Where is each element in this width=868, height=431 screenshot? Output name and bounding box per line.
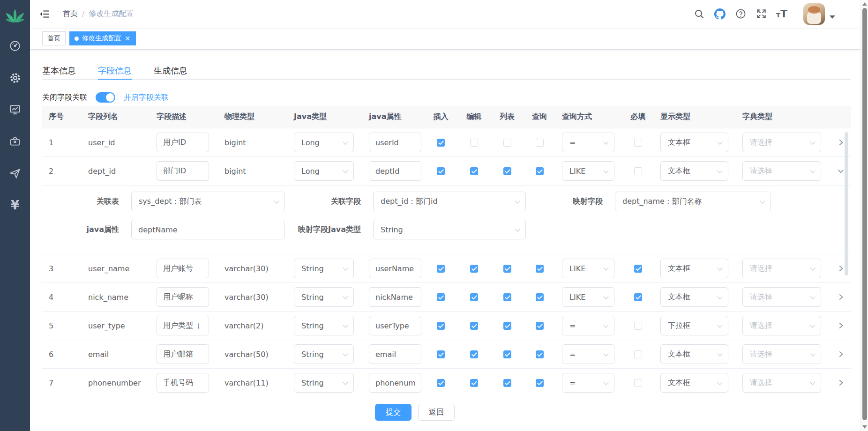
dict-type-select[interactable]: 请选择 bbox=[742, 344, 821, 364]
insert-checkbox[interactable] bbox=[437, 265, 445, 273]
collapse-row-icon[interactable] bbox=[836, 166, 846, 176]
submit-button[interactable]: 提交 bbox=[375, 404, 412, 421]
breadcrumb-home[interactable]: 首页 bbox=[63, 9, 78, 19]
java-property-input[interactable] bbox=[369, 373, 421, 393]
tag-close-icon[interactable]: × bbox=[125, 35, 131, 42]
query-mode-select[interactable]: LIKE bbox=[562, 259, 614, 278]
required-checkbox[interactable] bbox=[634, 167, 642, 175]
dropdown-caret-icon[interactable] bbox=[830, 15, 835, 19]
description-input[interactable] bbox=[157, 259, 209, 278]
insert-checkbox[interactable] bbox=[437, 379, 445, 387]
java-type-select[interactable]: String bbox=[294, 259, 354, 278]
app-logo[interactable] bbox=[0, 0, 30, 30]
required-checkbox[interactable] bbox=[634, 379, 642, 387]
query-checkbox[interactable] bbox=[536, 293, 544, 301]
display-type-select[interactable]: 文本框 bbox=[660, 259, 728, 278]
java-type-select[interactable]: String bbox=[294, 316, 354, 335]
java-type-select[interactable]: Long bbox=[294, 161, 354, 181]
java-type-select[interactable]: String bbox=[294, 373, 354, 393]
github-icon[interactable] bbox=[714, 8, 726, 20]
edit-checkbox[interactable] bbox=[470, 265, 478, 273]
query-checkbox[interactable] bbox=[536, 167, 544, 175]
table-scrollbar-thumb[interactable] bbox=[845, 132, 848, 275]
search-icon[interactable] bbox=[694, 8, 705, 20]
mapping-java-type-select[interactable]: String bbox=[373, 220, 526, 239]
java-type-select[interactable]: String bbox=[294, 344, 354, 364]
dict-type-select[interactable]: 请选择 bbox=[742, 133, 821, 152]
query-mode-select[interactable]: LIKE bbox=[562, 161, 614, 181]
query-checkbox[interactable] bbox=[536, 322, 544, 330]
sidebar-item-monitor[interactable] bbox=[0, 94, 30, 126]
avatar[interactable] bbox=[803, 3, 825, 25]
java-property-input[interactable] bbox=[369, 259, 421, 278]
query-mode-select[interactable]: = bbox=[562, 344, 614, 364]
insert-checkbox[interactable] bbox=[437, 167, 445, 175]
display-type-select[interactable]: 下拉框 bbox=[660, 316, 728, 335]
java-property-input[interactable] bbox=[369, 287, 421, 307]
sidebar-item-pay[interactable]: ¥ bbox=[0, 189, 30, 221]
sidebar-item-guide[interactable] bbox=[0, 157, 30, 189]
insert-checkbox[interactable] bbox=[437, 293, 445, 301]
edit-checkbox[interactable] bbox=[470, 139, 478, 147]
tab-basic-info[interactable]: 基本信息 bbox=[42, 63, 76, 79]
relation-table-select[interactable]: sys_dept：部门表 bbox=[131, 192, 285, 211]
dict-type-select[interactable]: 请选择 bbox=[742, 287, 821, 307]
description-input[interactable] bbox=[157, 133, 209, 152]
insert-checkbox[interactable] bbox=[437, 350, 445, 358]
scroll-down-arrow-icon[interactable] bbox=[862, 425, 867, 429]
edit-checkbox[interactable] bbox=[470, 350, 478, 358]
query-mode-select[interactable]: LIKE bbox=[562, 287, 614, 307]
required-checkbox[interactable] bbox=[634, 139, 642, 147]
edit-checkbox[interactable] bbox=[470, 167, 478, 175]
list-checkbox[interactable] bbox=[503, 350, 511, 358]
insert-checkbox[interactable] bbox=[437, 322, 445, 330]
required-checkbox[interactable] bbox=[634, 265, 642, 273]
list-checkbox[interactable] bbox=[503, 322, 511, 330]
display-type-select[interactable]: 文本框 bbox=[660, 373, 728, 393]
insert-checkbox[interactable] bbox=[437, 139, 445, 147]
sidebar-fold-icon[interactable] bbox=[39, 9, 50, 19]
java-property-input[interactable] bbox=[369, 133, 421, 152]
edit-checkbox[interactable] bbox=[470, 293, 478, 301]
dict-type-select[interactable]: 请选择 bbox=[742, 373, 821, 393]
required-checkbox[interactable] bbox=[634, 350, 642, 358]
description-input[interactable] bbox=[157, 161, 209, 181]
tab-gen-info[interactable]: 生成信息 bbox=[154, 63, 187, 79]
sidebar-item-system[interactable] bbox=[0, 62, 30, 94]
scroll-up-arrow-icon[interactable] bbox=[862, 2, 867, 6]
query-checkbox[interactable] bbox=[536, 139, 544, 147]
dict-type-select[interactable]: 请选择 bbox=[742, 161, 821, 181]
back-button[interactable]: 返回 bbox=[418, 404, 455, 421]
description-input[interactable] bbox=[157, 316, 209, 335]
expand-row-icon[interactable] bbox=[836, 138, 846, 147]
query-mode-select[interactable]: = bbox=[562, 133, 614, 152]
tag-edit-gen-config[interactable]: 修改生成配置 × bbox=[69, 31, 136, 45]
display-type-select[interactable]: 文本框 bbox=[660, 344, 728, 364]
font-size-icon[interactable]: TT bbox=[776, 8, 787, 20]
query-checkbox[interactable] bbox=[536, 350, 544, 358]
page-scrollbar[interactable] bbox=[861, 0, 868, 431]
display-type-select[interactable]: 文本框 bbox=[660, 161, 728, 181]
java-type-select[interactable]: Long bbox=[294, 133, 354, 152]
dict-type-select[interactable]: 请选择 bbox=[742, 259, 821, 278]
expand-row-icon[interactable] bbox=[836, 321, 846, 330]
help-icon[interactable] bbox=[735, 8, 746, 20]
expand-row-icon[interactable] bbox=[836, 378, 846, 387]
sidebar-item-dashboard[interactable] bbox=[0, 30, 30, 62]
field-association-switch[interactable] bbox=[96, 92, 115, 103]
required-checkbox[interactable] bbox=[634, 322, 642, 330]
display-type-select[interactable]: 文本框 bbox=[660, 133, 728, 152]
sidebar-item-tools[interactable] bbox=[0, 126, 30, 157]
list-checkbox[interactable] bbox=[503, 379, 511, 387]
description-input[interactable] bbox=[157, 287, 209, 307]
tag-home[interactable]: 首页 bbox=[42, 31, 66, 45]
dict-type-select[interactable]: 请选择 bbox=[742, 316, 821, 335]
page-scrollbar-thumb[interactable] bbox=[862, 8, 867, 420]
list-checkbox[interactable] bbox=[503, 139, 511, 147]
fullscreen-icon[interactable] bbox=[756, 8, 767, 20]
query-mode-select[interactable]: = bbox=[562, 316, 614, 335]
java-property-input[interactable] bbox=[369, 316, 421, 335]
query-checkbox[interactable] bbox=[536, 379, 544, 387]
expand-row-icon[interactable] bbox=[836, 264, 846, 273]
relation-field-select[interactable]: dept_id：部门id bbox=[373, 192, 526, 211]
